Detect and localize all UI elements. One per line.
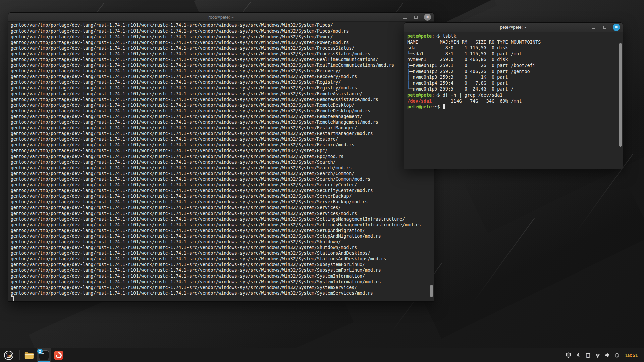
taskbar-separator xyxy=(19,350,20,360)
wifi-icon[interactable] xyxy=(595,352,601,358)
terminal-content[interactable]: gentoo/var/tmp/portage/dev-lang/rust-1.7… xyxy=(8,22,434,301)
maximize-icon xyxy=(414,16,418,19)
terminal-cursor-unfocused xyxy=(11,296,14,301)
file-manager-launcher[interactable] xyxy=(22,348,37,362)
root-terminal-output: gentoo/var/tmp/portage/dev-lang/rust-1.7… xyxy=(8,22,434,296)
terminal-cursor xyxy=(443,104,445,109)
close-icon: ✕ xyxy=(615,25,618,29)
window-count-badge: 2 xyxy=(37,349,43,354)
maximize-icon xyxy=(603,26,606,29)
close-icon: ✕ xyxy=(426,15,429,19)
titlebar[interactable]: pete@pete: ~ ✕ xyxy=(404,23,623,32)
maximize-button[interactable] xyxy=(413,14,419,21)
terminal-content[interactable]: pete@pete:~$ lsblkNAME MAJ:MIN RM SIZE R… xyxy=(404,32,623,169)
volume-icon[interactable] xyxy=(604,352,610,358)
taskbar: lm 2 xyxy=(0,348,644,362)
browser-launcher[interactable] xyxy=(51,348,66,362)
minimize-icon xyxy=(403,18,407,19)
window-root-terminal[interactable]: root@pete: ~ ✕ gentoo/var/tmp/portage/de… xyxy=(8,12,434,302)
clock[interactable]: 18:51 xyxy=(624,352,641,358)
menu-button[interactable]: lm xyxy=(0,348,17,362)
bluetooth-icon[interactable] xyxy=(575,352,581,358)
titlebar[interactable]: root@pete: ~ ✕ xyxy=(8,13,434,22)
browser-icon xyxy=(54,350,64,360)
mint-logo-icon: lm xyxy=(4,351,13,360)
terminal-launcher[interactable]: 2 xyxy=(37,348,51,362)
folder-icon xyxy=(24,351,34,360)
shield-icon[interactable] xyxy=(566,352,572,358)
close-button[interactable]: ✕ xyxy=(424,14,431,21)
minimize-button[interactable] xyxy=(590,24,597,31)
battery-charging-icon[interactable] xyxy=(614,352,620,358)
scrollbar-thumb[interactable] xyxy=(619,43,622,147)
close-button[interactable]: ✕ xyxy=(613,24,620,31)
minimize-button[interactable] xyxy=(401,14,408,21)
scrollbar-thumb[interactable] xyxy=(430,285,433,297)
maximize-button[interactable] xyxy=(601,24,608,31)
clipboard-alert-icon[interactable]: ! xyxy=(585,352,591,358)
svg-text:!: ! xyxy=(587,354,588,357)
minimize-icon xyxy=(592,28,595,29)
window-title: root@pete: ~ xyxy=(8,13,434,22)
pete-terminal-lines: pete@pete:~$ lsblkNAME MAJ:MIN RM SIZE R… xyxy=(404,32,623,110)
window-pete-terminal[interactable]: pete@pete: ~ ✕ pete@pete:~$ lsblkNAME MA… xyxy=(404,22,623,169)
